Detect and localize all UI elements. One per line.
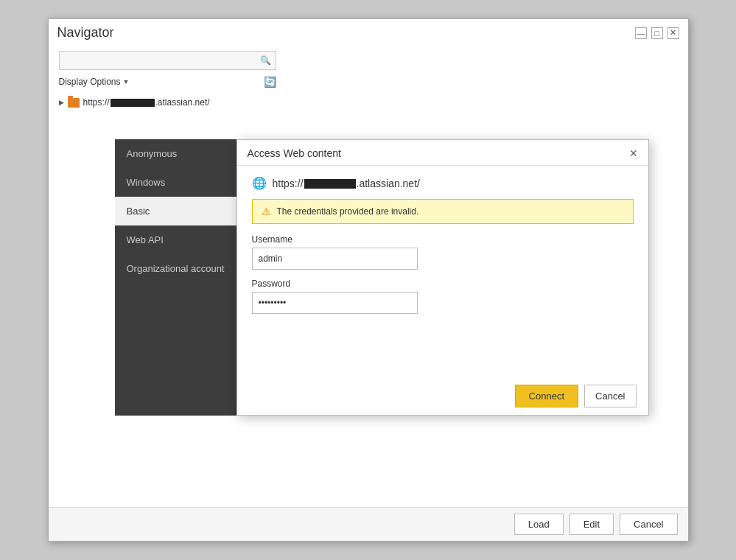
dialog-close-button[interactable]: ✕ [629, 147, 638, 159]
window-controls: — □ ✕ [635, 27, 679, 39]
folder-icon [68, 98, 80, 108]
dialog-body: 🌐 https://.atlassian.net/ ⚠ The credenti… [237, 166, 648, 377]
search-input[interactable] [60, 52, 258, 69]
dialog-footer: Connect Cancel [237, 377, 648, 415]
sidebar-item-basic[interactable]: Basic [115, 197, 236, 225]
search-icon: 🔍 [260, 55, 271, 66]
edit-button[interactable]: Edit [569, 514, 614, 535]
sidebar-item-windows[interactable]: Windows [115, 168, 236, 197]
display-options-button[interactable]: Display Options ▼ [59, 77, 130, 87]
window-title: Navigator [57, 25, 114, 41]
password-input[interactable] [252, 292, 418, 314]
maximize-button[interactable]: □ [651, 27, 663, 39]
dialog-url: https://.atlassian.net/ [273, 178, 420, 189]
redacted-domain [111, 99, 155, 107]
sidebar-item-org-account[interactable]: Organizational account [115, 254, 236, 283]
username-group: Username [252, 234, 634, 270]
warning-icon: ⚠ [262, 206, 271, 217]
connect-button[interactable]: Connect [515, 385, 578, 407]
load-button[interactable]: Load [514, 514, 564, 535]
search-bar: 🔍 [59, 51, 276, 70]
cancel-button[interactable]: Cancel [620, 514, 677, 535]
navigator-content: 🔍 Display Options ▼ 🔄 ▶ https://.atlassi… [49, 43, 688, 507]
sidebar-item-webapi[interactable]: Web API [115, 225, 236, 254]
tree-label: https://.atlassian.net/ [83, 97, 210, 108]
username-input[interactable] [252, 248, 418, 270]
dialog-url-row: 🌐 https://.atlassian.net/ [252, 176, 634, 190]
password-group: Password [252, 279, 634, 314]
refresh-icon: 🔄 [264, 76, 276, 88]
title-bar: Navigator — □ ✕ [49, 19, 688, 43]
password-label: Password [252, 279, 634, 289]
navigator-window: Navigator — □ ✕ 🔍 Display Options ▼ 🔄 ▶ [48, 18, 689, 542]
display-options-row: Display Options ▼ 🔄 [59, 76, 276, 88]
auth-method-sidebar: Anonymous Windows Basic Web API Organiza… [115, 139, 236, 416]
globe-icon: 🌐 [252, 176, 267, 190]
refresh-button[interactable]: 🔄 [264, 76, 276, 88]
display-options-label: Display Options [59, 77, 121, 87]
dialog-title-bar: Access Web content ✕ [237, 140, 648, 166]
url-redacted-part [304, 179, 356, 189]
error-banner: ⚠ The credentials provided are invalid. [252, 199, 634, 224]
dialog-title: Access Web content [248, 147, 341, 159]
access-web-content-dialog: Access Web content ✕ 🌐 https://.atlassia… [236, 139, 649, 416]
tree-expand-arrow: ▶ [59, 99, 64, 106]
tree-item[interactable]: ▶ https://.atlassian.net/ [59, 95, 678, 110]
bottom-bar: Load Edit Cancel [49, 507, 688, 541]
close-button[interactable]: ✕ [667, 27, 679, 39]
minimize-button[interactable]: — [635, 27, 647, 39]
error-message: The credentials provided are invalid. [277, 206, 419, 217]
display-options-arrow: ▼ [123, 78, 130, 85]
sidebar-item-anonymous[interactable]: Anonymous [115, 139, 236, 168]
cancel-dialog-button[interactable]: Cancel [584, 385, 636, 407]
username-label: Username [252, 234, 634, 245]
